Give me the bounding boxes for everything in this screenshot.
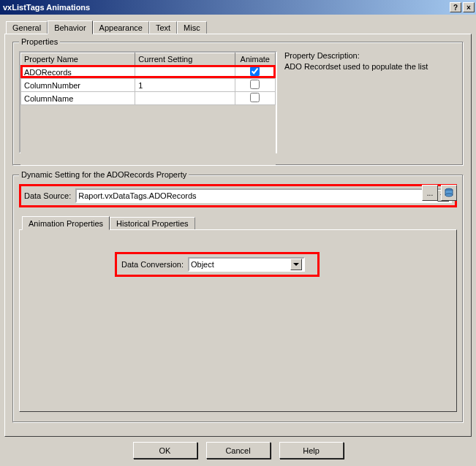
dynamic-setting-legend: Dynamic Setting for the ADORecords Prope… bbox=[19, 170, 189, 179]
cell-animate[interactable] bbox=[235, 79, 275, 92]
cell-property-name[interactable]: ColumnNumber bbox=[21, 79, 135, 92]
properties-legend: Properties bbox=[19, 37, 60, 46]
data-source-label: Data Source: bbox=[24, 191, 71, 200]
database-icon bbox=[444, 188, 454, 198]
cell-animate[interactable] bbox=[235, 66, 275, 79]
properties-table[interactable]: Property Name Current Setting Animate AD… bbox=[19, 51, 277, 153]
data-conversion-row: Data Conversion: Object bbox=[115, 252, 320, 277]
data-conversion-select[interactable]: Object bbox=[188, 257, 305, 272]
tab-historical-properties[interactable]: Historical Properties bbox=[110, 217, 194, 229]
tab-behavior[interactable]: Behavior bbox=[48, 20, 92, 34]
cell-animate[interactable] bbox=[235, 92, 275, 105]
table-row[interactable]: ColumnNumber 1 bbox=[21, 79, 276, 92]
col-current-setting[interactable]: Current Setting bbox=[135, 53, 235, 66]
animation-properties-panel: Data Conversion: Object bbox=[19, 229, 457, 412]
animate-checkbox[interactable] bbox=[250, 93, 260, 102]
data-source-value: Raport.vxDataTags.ADORecords bbox=[78, 191, 437, 200]
tab-panel-behavior: Properties Property Name Current Setting… bbox=[4, 34, 472, 437]
col-property-name[interactable]: Property Name bbox=[21, 53, 135, 66]
tab-appearance[interactable]: Appearance bbox=[93, 21, 149, 34]
tab-misc[interactable]: Misc bbox=[177, 21, 207, 34]
col-animate[interactable]: Animate bbox=[235, 53, 275, 66]
title-bar: vxListTags Animations ? × bbox=[0, 0, 476, 15]
cell-current-setting[interactable] bbox=[135, 92, 235, 105]
data-source-input[interactable]: Raport.vxDataTags.ADORecords bbox=[75, 188, 452, 203]
property-description-label: Property Description: bbox=[284, 51, 457, 60]
table-row[interactable]: ADORecords bbox=[21, 66, 276, 79]
chevron-down-icon bbox=[293, 263, 299, 266]
cell-property-name[interactable]: ColumnName bbox=[21, 92, 135, 105]
inner-tab-row: Animation Properties Historical Properti… bbox=[22, 215, 457, 229]
data-source-row: Data Source: Raport.vxDataTags.ADORecord… bbox=[19, 184, 457, 207]
animate-checkbox[interactable] bbox=[250, 66, 260, 76]
cancel-button[interactable]: Cancel bbox=[206, 442, 271, 459]
property-description-panel: Property Description: ADO Recordset used… bbox=[284, 51, 457, 153]
data-conversion-value: Object bbox=[191, 260, 290, 269]
animate-checkbox[interactable] bbox=[250, 80, 260, 89]
dynamic-setting-group: Dynamic Setting for the ADORecords Prope… bbox=[12, 175, 464, 423]
help-button[interactable]: ? bbox=[450, 2, 461, 12]
close-button[interactable]: × bbox=[463, 2, 475, 12]
browse-button[interactable]: ... bbox=[422, 185, 438, 201]
svg-point-2 bbox=[445, 194, 453, 196]
data-conversion-label: Data Conversion: bbox=[121, 260, 184, 269]
tab-general[interactable]: General bbox=[6, 21, 48, 34]
cell-current-setting[interactable] bbox=[135, 66, 235, 79]
dialog-button-row: OK Cancel Help bbox=[0, 442, 476, 459]
property-description-text: ADO Recordset used to populate the list bbox=[284, 62, 457, 71]
table-empty-area bbox=[20, 105, 276, 165]
data-conversion-dropdown-button[interactable] bbox=[290, 259, 302, 270]
table-row[interactable]: ColumnName bbox=[21, 92, 276, 105]
window-title: vxListTags Animations bbox=[3, 3, 448, 12]
properties-group: Properties Property Name Current Setting… bbox=[12, 42, 464, 166]
ok-button[interactable]: OK bbox=[133, 442, 197, 459]
help-button-bottom[interactable]: Help bbox=[279, 442, 344, 459]
datasource-icon-button[interactable] bbox=[441, 185, 457, 201]
tab-animation-properties[interactable]: Animation Properties bbox=[22, 216, 110, 230]
cell-property-name[interactable]: ADORecords bbox=[21, 66, 135, 79]
cell-current-setting[interactable]: 1 bbox=[135, 79, 235, 92]
tab-text[interactable]: Text bbox=[149, 21, 177, 34]
main-tab-row: General Behavior Appearance Text Misc bbox=[6, 19, 472, 34]
